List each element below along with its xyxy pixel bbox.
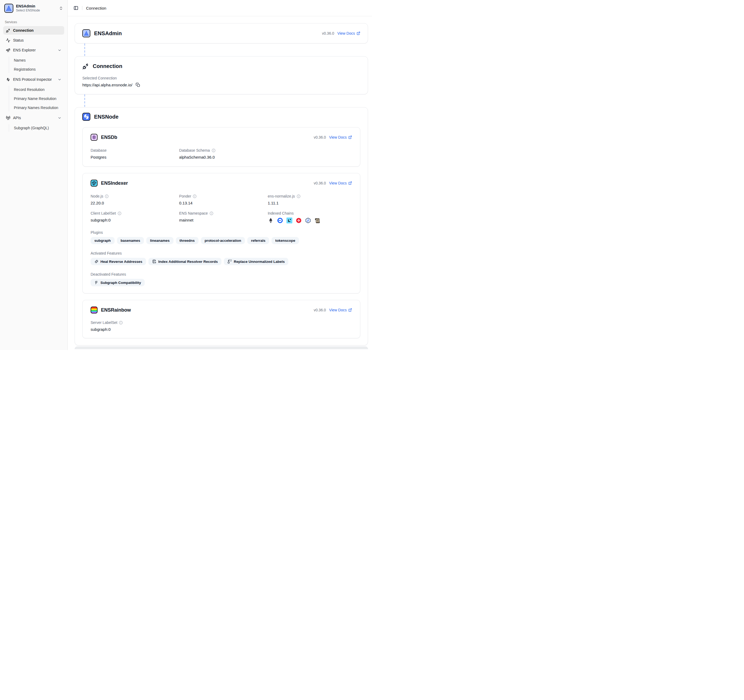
- copy-icon[interactable]: [135, 83, 140, 87]
- field-nodejs: Node.js 22.20.0: [91, 194, 175, 205]
- replace-icon: [228, 259, 232, 264]
- version-label: v0.36.0: [314, 135, 326, 139]
- external-link-icon: [348, 136, 352, 139]
- connection-card: Connection Selected Connection https://a…: [74, 56, 368, 94]
- sidebar-item-ens-explorer[interactable]: ENS Explorer: [3, 46, 64, 54]
- info-icon[interactable]: [105, 194, 109, 198]
- external-link-icon: [348, 308, 352, 312]
- connector-line: [85, 94, 85, 107]
- indexed-chains-row: [268, 217, 352, 223]
- panel-left-icon[interactable]: [74, 6, 78, 10]
- sidebar-item-label: ENS Explorer: [13, 48, 36, 52]
- view-docs-label: View Docs: [329, 181, 347, 185]
- view-docs-link[interactable]: View Docs: [329, 308, 352, 312]
- arbitrum-chain-icon: [305, 217, 311, 223]
- external-link-icon: [357, 31, 360, 35]
- sidebar-item-subgraph-graphql[interactable]: Subgraph (GraphQL): [14, 124, 64, 132]
- sidebar-item-primary-names-resolution[interactable]: Primary Names Resolution: [14, 104, 64, 112]
- connector-line: [85, 43, 85, 56]
- sidebar-item-label: Connection: [13, 28, 34, 33]
- version-label: v0.36.0: [314, 308, 326, 312]
- base-chain-icon: [277, 217, 283, 223]
- view-docs-label: View Docs: [329, 308, 347, 312]
- field-label: Node.js: [91, 194, 103, 198]
- sidebar-item-status[interactable]: Status: [3, 36, 64, 45]
- plugin-chip: threedns: [176, 237, 198, 244]
- feature-label: Index Additional Resolver Records: [158, 260, 218, 264]
- sidebar-item-names[interactable]: Names: [14, 57, 64, 64]
- sidebar-nav: Connection Status ENS Explorer Names: [3, 26, 64, 133]
- field-value: subgraph:0: [91, 218, 175, 222]
- plugins-label: Plugins: [91, 230, 352, 235]
- sidebar-app-subtitle: Select ENSNode: [16, 9, 56, 12]
- ensadmin-logo-icon: [4, 4, 13, 13]
- field-value: 0.13.14: [179, 201, 263, 205]
- plugin-chip: lineanames: [146, 237, 174, 244]
- field-indexed-chains: Indexed Chains: [268, 211, 352, 223]
- app-root: ENSAdmin Select ENSNode Services Connect…: [0, 0, 372, 350]
- deactivated-features-label: Deactivated Features: [91, 272, 352, 276]
- card-title: ENSDb: [101, 135, 117, 140]
- field-label: Ponder: [179, 194, 191, 198]
- plugin-chip: tokenscope: [272, 237, 299, 244]
- field-ens-namespace: ENS Namespace mainnet: [179, 211, 263, 223]
- chevrons-up-down-icon[interactable]: [59, 6, 63, 10]
- version-label: v0.36.0: [314, 181, 326, 185]
- ensnode-logo-icon: [82, 113, 90, 121]
- sidebar-item-ens-protocol-inspector[interactable]: ENS Protocol Inspector: [3, 75, 64, 84]
- plugin-chip: protocol-acceleration: [201, 237, 245, 244]
- info-icon[interactable]: [296, 194, 301, 198]
- card-title: ENSIndexer: [101, 180, 128, 186]
- sidebar-item-label: APIs: [13, 116, 21, 120]
- selected-connection-label: Selected Connection: [82, 76, 360, 80]
- info-icon[interactable]: [193, 194, 196, 198]
- sidebar-item-primary-name-resolution[interactable]: Primary Name Resolution: [14, 95, 64, 102]
- chevron-down-icon: [58, 116, 61, 120]
- ensrainbow-logo-icon: [91, 307, 98, 313]
- field-ponder: Ponder 0.13.14: [179, 194, 263, 205]
- field-label: ens-normalize.js: [268, 194, 295, 198]
- info-icon[interactable]: [210, 211, 213, 215]
- field-label: Database Schema: [179, 148, 210, 152]
- field-value: alphaSchema0.36.0: [179, 155, 263, 159]
- content: ENSAdmin v0.36.0 View Docs: [68, 16, 372, 349]
- ensadmin-logo-icon: [82, 29, 90, 37]
- feature-chip-subgraph-compatibility: Subgraph Compatibility: [91, 279, 145, 286]
- card-title: ENSAdmin: [94, 30, 122, 37]
- waypoint-icon: [94, 280, 98, 285]
- card-title: ENSNode: [94, 114, 119, 120]
- threedns-chain-icon: [296, 217, 302, 223]
- database-plus-icon: [152, 259, 156, 264]
- linea-chain-icon: [286, 217, 292, 223]
- radio-tower-icon: [6, 116, 10, 120]
- field-value: Postgres: [91, 155, 175, 159]
- sidebar-item-label: ENS Protocol Inspector: [13, 77, 52, 82]
- chevron-down-icon: [58, 77, 61, 82]
- info-icon[interactable]: [211, 149, 216, 152]
- field-value: 22.20.0: [91, 201, 175, 205]
- plugin-chip: subgraph: [91, 237, 115, 244]
- sidebar-item-record-resolution[interactable]: Record Resolution: [14, 86, 64, 93]
- ensnode-selector[interactable]: ENSAdmin Select ENSNode: [3, 3, 64, 13]
- view-docs-link[interactable]: View Docs: [329, 135, 352, 139]
- info-icon[interactable]: [119, 321, 123, 325]
- chevron-down-icon: [58, 48, 61, 52]
- feature-label: Replace Unnormalized Labels: [234, 260, 284, 264]
- view-docs-link[interactable]: View Docs: [337, 31, 360, 36]
- plugin-chip: basenames: [117, 237, 144, 244]
- field-database: Database Postgres: [91, 148, 175, 159]
- info-icon[interactable]: [118, 211, 122, 215]
- sidebar: ENSAdmin Select ENSNode Services Connect…: [0, 0, 68, 350]
- sidebar-item-connection[interactable]: Connection: [3, 26, 64, 35]
- sidebar-item-registrations[interactable]: Registrations: [14, 66, 64, 73]
- activity-icon: [6, 38, 10, 43]
- sidebar-item-apis[interactable]: APIs: [3, 113, 64, 122]
- plug-zap-icon: [82, 63, 89, 70]
- view-docs-label: View Docs: [329, 135, 347, 139]
- field-client-labelset: Client LabelSet subgraph:0: [91, 211, 175, 223]
- card-title: ENSRainbow: [101, 307, 131, 313]
- field-label: Database: [91, 148, 175, 152]
- plugin-chip: referrals: [247, 237, 269, 244]
- field-server-labelset: Server LabelSet subgraph:0: [91, 320, 352, 332]
- view-docs-link[interactable]: View Docs: [329, 181, 352, 185]
